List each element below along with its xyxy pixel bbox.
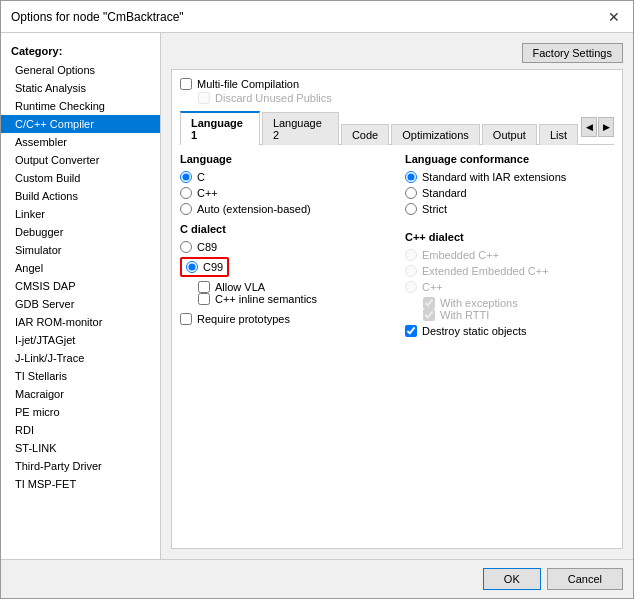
std-iar-radio[interactable] bbox=[405, 171, 417, 183]
std-label: Standard bbox=[422, 187, 467, 199]
lang-cpp-radio[interactable] bbox=[180, 187, 192, 199]
language-group-label: Language bbox=[180, 153, 389, 165]
sidebar-item[interactable]: Custom Build bbox=[1, 169, 160, 187]
sidebar-item[interactable]: C/C++ Compiler bbox=[1, 115, 160, 133]
allow-vla-checkbox[interactable] bbox=[198, 281, 210, 293]
c-dialect-subopts: Allow VLA C++ inline semantics bbox=[198, 281, 389, 305]
sidebar-item[interactable]: TI Stellaris bbox=[1, 367, 160, 385]
strict-row: Strict bbox=[405, 203, 614, 215]
tab-output[interactable]: Output bbox=[482, 124, 537, 145]
require-prototypes-checkbox[interactable] bbox=[180, 313, 192, 325]
cpp-inline-semantics-label: C++ inline semantics bbox=[215, 293, 317, 305]
sidebar-item[interactable]: PE micro bbox=[1, 403, 160, 421]
lang-auto-radio[interactable] bbox=[180, 203, 192, 215]
tab-optimizations[interactable]: Optimizations bbox=[391, 124, 480, 145]
dialog-title: Options for node "CmBacktrace" bbox=[11, 10, 184, 24]
cpp-inline-semantics-row: C++ inline semantics bbox=[198, 293, 389, 305]
tab-language-2[interactable]: Language 2 bbox=[262, 112, 339, 145]
with-exceptions-checkbox[interactable] bbox=[423, 297, 435, 309]
std-iar-label: Standard with IAR extensions bbox=[422, 171, 566, 183]
sidebar-item[interactable]: Build Actions bbox=[1, 187, 160, 205]
factory-settings-button[interactable]: Factory Settings bbox=[522, 43, 623, 63]
dialog-footer: OK Cancel bbox=[1, 559, 633, 598]
tab-content: Language C C++ Auto (extension-based) bbox=[180, 153, 614, 540]
language-column: Language C C++ Auto (extension-based) bbox=[180, 153, 389, 540]
top-checkboxes: Multi-file Compilation Discard Unused Pu… bbox=[180, 78, 614, 104]
multi-file-compilation-checkbox[interactable] bbox=[180, 78, 192, 90]
lang-cpp-row: C++ bbox=[180, 187, 389, 199]
std-radio[interactable] bbox=[405, 187, 417, 199]
ext-embedded-cpp-label: Extended Embedded C++ bbox=[422, 265, 549, 277]
sidebar-item[interactable]: Assembler bbox=[1, 133, 160, 151]
sidebar-item[interactable]: Runtime Checking bbox=[1, 97, 160, 115]
tab-scroll: ◀ ▶ bbox=[580, 117, 614, 137]
lang-auto-label: Auto (extension-based) bbox=[197, 203, 311, 215]
cpp-dialect-label: C++ dialect bbox=[405, 231, 614, 243]
cpp-row: C++ bbox=[405, 281, 614, 293]
sidebar-item[interactable]: ST-LINK bbox=[1, 439, 160, 457]
dialog: Options for node "CmBacktrace" ✕ Categor… bbox=[0, 0, 634, 599]
sidebar: Category: General OptionsStatic Analysis… bbox=[1, 33, 161, 559]
with-rtti-row: With RTTI bbox=[423, 309, 614, 321]
ok-button[interactable]: OK bbox=[483, 568, 541, 590]
with-exceptions-label: With exceptions bbox=[440, 297, 518, 309]
c99-row: C99 bbox=[180, 257, 389, 277]
tab-scroll-right[interactable]: ▶ bbox=[598, 117, 614, 137]
sidebar-item[interactable]: TI MSP-FET bbox=[1, 475, 160, 493]
with-rtti-checkbox[interactable] bbox=[423, 309, 435, 321]
sidebar-item[interactable]: Linker bbox=[1, 205, 160, 223]
cpp-label: C++ bbox=[422, 281, 443, 293]
embedded-cpp-radio[interactable] bbox=[405, 249, 417, 261]
dialog-body: Category: General OptionsStatic Analysis… bbox=[1, 33, 633, 559]
c99-highlighted: C99 bbox=[180, 257, 229, 277]
strict-radio[interactable] bbox=[405, 203, 417, 215]
sidebar-item[interactable]: Macraigor bbox=[1, 385, 160, 403]
options-area: Multi-file Compilation Discard Unused Pu… bbox=[171, 69, 623, 549]
main-panel: Factory Settings Multi-file Compilation … bbox=[161, 33, 633, 559]
sidebar-item[interactable]: Debugger bbox=[1, 223, 160, 241]
cancel-button[interactable]: Cancel bbox=[547, 568, 623, 590]
cpp-radio[interactable] bbox=[405, 281, 417, 293]
std-iar-row: Standard with IAR extensions bbox=[405, 171, 614, 183]
tabs-header: Language 1Language 2CodeOptimizationsOut… bbox=[180, 110, 614, 145]
sidebar-item[interactable]: Angel bbox=[1, 259, 160, 277]
discard-unused-publics-label: Discard Unused Publics bbox=[215, 92, 332, 104]
sidebar-item[interactable]: RDI bbox=[1, 421, 160, 439]
embedded-cpp-label: Embedded C++ bbox=[422, 249, 499, 261]
discard-unused-publics-checkbox[interactable] bbox=[198, 92, 210, 104]
sidebar-item[interactable]: I-jet/JTAGjet bbox=[1, 331, 160, 349]
destroy-static-checkbox[interactable] bbox=[405, 325, 417, 337]
sidebar-item[interactable]: IAR ROM-monitor bbox=[1, 313, 160, 331]
with-rtti-label: With RTTI bbox=[440, 309, 489, 321]
strict-label: Strict bbox=[422, 203, 447, 215]
allow-vla-row: Allow VLA bbox=[198, 281, 389, 293]
c89-radio[interactable] bbox=[180, 241, 192, 253]
tab-list[interactable]: List bbox=[539, 124, 578, 145]
sidebar-item[interactable]: Static Analysis bbox=[1, 79, 160, 97]
cpp-inline-semantics-checkbox[interactable] bbox=[198, 293, 210, 305]
with-exceptions-row: With exceptions bbox=[423, 297, 614, 309]
allow-vla-label: Allow VLA bbox=[215, 281, 265, 293]
lang-c-radio[interactable] bbox=[180, 171, 192, 183]
top-row: Factory Settings bbox=[171, 43, 623, 63]
tab-code[interactable]: Code bbox=[341, 124, 389, 145]
sidebar-item[interactable]: J-Link/J-Trace bbox=[1, 349, 160, 367]
sidebar-label: Category: bbox=[1, 41, 160, 61]
ext-embedded-cpp-row: Extended Embedded C++ bbox=[405, 265, 614, 277]
sidebar-item[interactable]: Simulator bbox=[1, 241, 160, 259]
tab-language-1[interactable]: Language 1 bbox=[180, 111, 260, 145]
tab-scroll-left[interactable]: ◀ bbox=[581, 117, 597, 137]
sidebar-item[interactable]: Output Converter bbox=[1, 151, 160, 169]
c-dialect-group-label: C dialect bbox=[180, 223, 389, 235]
sidebar-item[interactable]: General Options bbox=[1, 61, 160, 79]
close-button[interactable]: ✕ bbox=[605, 8, 623, 26]
sidebar-item[interactable]: GDB Server bbox=[1, 295, 160, 313]
ext-embedded-cpp-radio[interactable] bbox=[405, 265, 417, 277]
multi-file-compilation-label: Multi-file Compilation bbox=[197, 78, 299, 90]
c99-radio[interactable] bbox=[186, 261, 198, 273]
multi-file-compilation-row: Multi-file Compilation bbox=[180, 78, 614, 90]
std-row: Standard bbox=[405, 187, 614, 199]
sidebar-item[interactable]: Third-Party Driver bbox=[1, 457, 160, 475]
c99-label: C99 bbox=[203, 261, 223, 273]
sidebar-item[interactable]: CMSIS DAP bbox=[1, 277, 160, 295]
